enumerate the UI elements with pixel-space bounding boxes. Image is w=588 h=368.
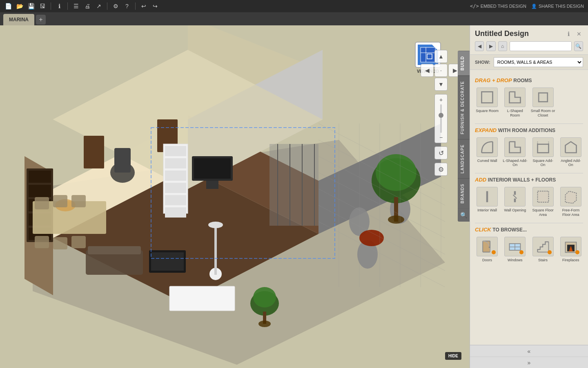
help-icon[interactable]: ? [123, 2, 131, 10]
svg-rect-44 [214, 226, 217, 275]
list-icon[interactable]: ☰ [72, 2, 80, 10]
print-icon[interactable]: 🖨 [83, 2, 91, 10]
divider2 [475, 173, 583, 173]
divider3 [475, 223, 583, 223]
interior-wall-icon [477, 187, 498, 206]
collapse-up-button[interactable]: « [470, 345, 588, 357]
square-addon-item[interactable]: Square Add-On [531, 137, 555, 168]
interior-grid: Interior Wall Wall Opening [475, 187, 583, 217]
panel-search-button[interactable]: 🔍 [574, 41, 583, 51]
svg-rect-42 [88, 246, 141, 254]
rotate-button[interactable]: ↺ [434, 146, 448, 159]
interior-keyword: ADD [475, 177, 486, 183]
interior-wall-label: Interior Wall [477, 208, 497, 213]
svg-rect-35 [71, 195, 86, 207]
nav-down-button[interactable]: ▼ [434, 78, 448, 91]
search-tab[interactable]: 🔍 [458, 209, 470, 222]
svg-rect-46 [270, 144, 318, 226]
small-room-icon [532, 88, 554, 107]
settings-icon[interactable]: ⚙ [111, 2, 120, 10]
svg-rect-23 [165, 183, 186, 193]
show-select[interactable]: ROOMS, WALLS & AREAS FURNITURE LANDSCAPE… [494, 57, 583, 67]
interior-wall-item[interactable]: Interior Wall [475, 187, 499, 217]
svg-rect-93 [537, 191, 548, 202]
brands-tab[interactable]: BRANDS [458, 178, 470, 209]
floor-area-item[interactable]: Square Floor Area [531, 187, 555, 217]
build-tab[interactable]: BUILD [458, 51, 470, 76]
share-button[interactable]: 👤 SHARE THIS DESIGN [531, 4, 584, 9]
open-icon[interactable]: 📂 [16, 2, 24, 10]
svg-point-54 [359, 230, 384, 246]
expand-rest: WITH ROOM ADDITIONS [498, 128, 555, 133]
svg-point-45 [208, 222, 223, 228]
furnish-tab[interactable]: FURNISH & DECORATE [458, 76, 470, 139]
divider1 [475, 123, 583, 124]
square-room-item[interactable]: Square Room [475, 88, 499, 118]
angled-addon-label: Angled Add-On [559, 159, 583, 168]
stairs-label: Stairs [538, 258, 548, 262]
save-as-icon[interactable]: 🖫 [38, 2, 47, 10]
top-toolbar: 📄 📂 💾 🖫 ℹ ☰ 🖨 ↗ ⚙ ? ↩ ↪ </> EMBED THIS D… [0, 0, 588, 12]
svg-rect-30 [114, 148, 131, 173]
svg-rect-28 [206, 181, 218, 189]
zoom-in-button[interactable]: + [439, 97, 443, 103]
l-shaped-room-label: L-Shaped Room [503, 109, 527, 118]
curved-wall-item[interactable]: Curved Wall [475, 137, 499, 168]
zoom-slider[interactable]: + − [434, 94, 448, 143]
add-tab-button[interactable]: + [36, 15, 46, 25]
landscape-tab[interactable]: LANDSCAPE [458, 139, 470, 178]
windows-item[interactable]: Windows [503, 237, 527, 262]
panel-home-button[interactable]: ⌂ [498, 41, 507, 51]
svg-rect-83 [539, 93, 548, 102]
floor-area-label: Square Floor Area [531, 208, 555, 217]
l-addon-item[interactable]: L-Shaped Add-On [503, 137, 527, 168]
small-room-item[interactable]: Small Room or Closet [531, 88, 555, 118]
svg-rect-36 [35, 236, 49, 248]
undo-icon[interactable]: ↩ [140, 2, 148, 10]
canvas-area[interactable]: VIEW IN 2D ▲ ◀ · ▶ ▼ + − [0, 25, 470, 368]
panel-title-icons: ℹ ✕ [564, 30, 583, 38]
stairs-item[interactable]: Stairs [531, 237, 555, 262]
hide-button[interactable]: HIDE [445, 352, 461, 360]
zoom-out-button[interactable]: − [439, 135, 443, 140]
sep2 [67, 2, 68, 10]
marina-tab[interactable]: MARINA [3, 14, 34, 25]
fireplaces-icon [560, 237, 581, 256]
save-icon[interactable]: 💾 [27, 2, 35, 10]
svg-rect-20 [165, 146, 186, 156]
settings-gear-button[interactable]: ⚙ [434, 163, 448, 176]
l-shaped-room-icon [504, 88, 526, 107]
panel-forward-button[interactable]: ▶ [486, 41, 495, 51]
l-shaped-room-item[interactable]: L-Shaped Room [503, 88, 527, 118]
nav-left-button[interactable]: ◀ [421, 64, 434, 77]
panel-content: DRAG + DROP ROOMS Square Room [470, 70, 588, 345]
side-tabs: BUILD FURNISH & DECORATE LANDSCAPE BRAND… [458, 51, 470, 222]
curved-wall-label: Curved Wall [477, 159, 497, 163]
export-icon[interactable]: ↗ [95, 2, 103, 10]
panel-back-button[interactable]: ◀ [475, 41, 484, 51]
panel-close-icon[interactable]: ✕ [575, 30, 583, 38]
panel-search-input[interactable] [510, 41, 572, 51]
collapse-down-button[interactable]: » [470, 357, 588, 368]
svg-rect-37 [53, 237, 67, 249]
new-icon[interactable]: 📄 [4, 2, 12, 10]
windows-label: Windows [508, 258, 523, 262]
doors-item[interactable]: Doors [475, 237, 499, 262]
nav-center-button[interactable]: · [434, 64, 448, 77]
svg-rect-63 [169, 286, 235, 311]
redo-icon[interactable]: ↪ [151, 2, 159, 10]
sep1 [51, 2, 51, 10]
drag-drop-keyword: DRAG + DROP [475, 77, 512, 83]
fireplaces-item[interactable]: Fireplaces [559, 237, 583, 262]
nav-up-button[interactable]: ▲ [434, 50, 448, 63]
freeform-floor-item[interactable]: Free-Form Floor Area [559, 187, 583, 217]
small-room-label: Small Room or Closet [531, 109, 555, 118]
doors-dot [492, 250, 496, 254]
wall-opening-item[interactable]: Wall Opening [503, 187, 527, 217]
sep4 [135, 2, 136, 10]
panel-info-icon[interactable]: ℹ [564, 30, 572, 38]
embed-button[interactable]: </> EMBED THIS DESIGN [470, 3, 526, 9]
angled-addon-item[interactable]: Angled Add-On [559, 137, 583, 168]
wall-opening-label: Wall Opening [504, 208, 526, 213]
info-icon[interactable]: ℹ [55, 2, 63, 10]
